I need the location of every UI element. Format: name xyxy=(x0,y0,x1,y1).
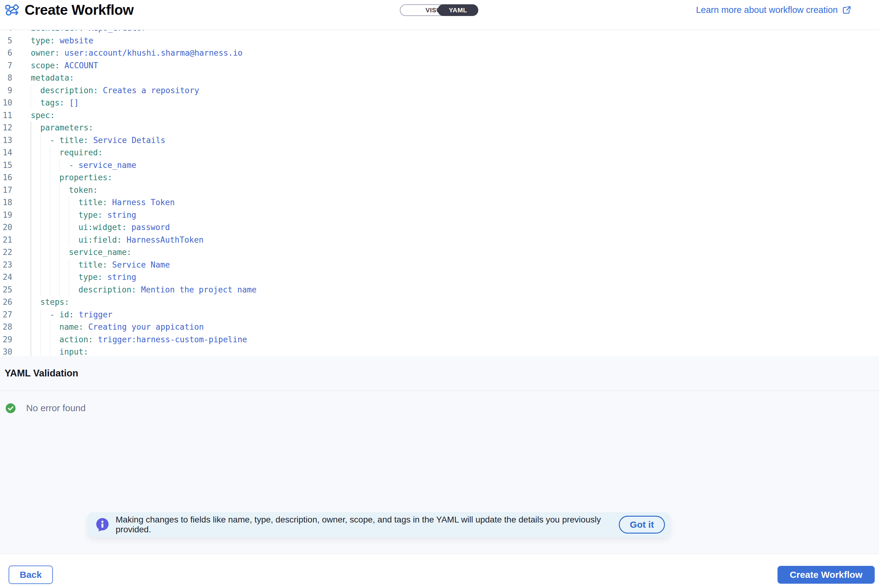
indent-guide xyxy=(69,284,69,296)
indent-guide xyxy=(31,122,31,134)
indent-guide xyxy=(31,134,31,147)
indent-guide xyxy=(69,259,69,271)
indent-guide xyxy=(40,159,40,172)
code-line[interactable]: 16properties: xyxy=(0,171,879,184)
code-line[interactable]: 10tags: [] xyxy=(0,97,879,109)
indent-guide xyxy=(31,271,31,284)
brand: Create Workflow xyxy=(5,3,134,17)
line-number: 10 xyxy=(0,97,12,109)
indent-guide xyxy=(40,333,40,346)
code-line[interactable]: 30input: xyxy=(0,346,879,356)
create-workflow-button[interactable]: Create Workflow xyxy=(777,566,875,584)
code-line[interactable]: 25description: Mention the project name xyxy=(0,284,879,296)
indent-guide xyxy=(40,196,40,209)
toggle-yaml[interactable]: YAML xyxy=(438,4,478,16)
line-number: 13 xyxy=(0,134,12,147)
indent-guide xyxy=(69,209,69,221)
code-line[interactable]: 24type: string xyxy=(0,271,879,284)
indent-guide xyxy=(69,221,69,234)
indent-guide xyxy=(31,296,31,309)
indent-guide xyxy=(31,284,31,296)
indent-guide xyxy=(40,271,40,284)
code-line[interactable]: 9description: Creates a repository xyxy=(0,84,879,97)
code-line[interactable]: 7scope: ACCOUNT xyxy=(0,59,879,72)
banner-text: Making changes to fields like name, type… xyxy=(116,515,619,534)
indent-guide xyxy=(40,234,40,246)
indent-guide xyxy=(31,97,31,109)
line-number: 26 xyxy=(0,296,12,309)
visual-yaml-toggle: VISUAL YAML xyxy=(400,4,478,16)
code-lines: 4identifier: Repo_creator5type: website6… xyxy=(0,30,879,356)
indent-guide xyxy=(31,246,31,259)
indent-guide xyxy=(69,196,69,209)
line-number: 23 xyxy=(0,259,12,271)
code-line[interactable]: 15- service_name xyxy=(0,159,879,172)
code-line[interactable]: 17token: xyxy=(0,184,879,196)
indent-guide xyxy=(50,333,50,346)
code-line[interactable]: 6owner: user:account/khushi.sharma@harne… xyxy=(0,47,879,59)
line-number: 5 xyxy=(0,34,12,47)
page-header: Create Workflow VISUAL YAML Learn more a… xyxy=(0,0,879,30)
indent-guide xyxy=(50,184,50,196)
line-number: 24 xyxy=(0,271,12,284)
indent-guide xyxy=(50,146,50,159)
line-number: 25 xyxy=(0,284,12,296)
info-icon xyxy=(95,518,110,532)
code-line[interactable]: 12parameters: xyxy=(0,122,879,134)
code-line[interactable]: 22service_name: xyxy=(0,246,879,259)
indent-guide xyxy=(50,259,50,271)
indent-guide xyxy=(50,159,50,172)
line-number: 29 xyxy=(0,333,12,346)
code-line[interactable]: 14required: xyxy=(0,146,879,159)
code-line[interactable]: 20ui:widget: password xyxy=(0,221,879,234)
indent-guide xyxy=(31,333,31,346)
indent-guide xyxy=(40,146,40,159)
code-line[interactable]: 21ui:field: HarnessAuthToken xyxy=(0,234,879,246)
code-line[interactable]: 8metadata: xyxy=(0,72,879,84)
learn-more-link[interactable]: Learn more about workflow creation xyxy=(696,5,851,15)
line-number: 28 xyxy=(0,321,12,333)
code-line[interactable]: 29action: trigger:harness-custom-pipelin… xyxy=(0,333,879,346)
indent-guide xyxy=(40,171,40,184)
code-line[interactable]: 26steps: xyxy=(0,296,879,309)
code-line[interactable]: 18title: Harness Token xyxy=(0,196,879,209)
indent-guide xyxy=(59,196,60,209)
code-line[interactable]: 13- title: Service Details xyxy=(0,134,879,147)
line-number: 14 xyxy=(0,146,12,159)
validation-status-text: No error found xyxy=(26,403,86,413)
line-number: 21 xyxy=(0,234,12,246)
workflow-icon xyxy=(5,3,20,16)
indent-guide xyxy=(40,346,40,356)
indent-guide xyxy=(59,184,60,196)
indent-guide xyxy=(40,321,40,333)
indent-guide xyxy=(59,234,60,246)
line-number: 27 xyxy=(0,309,12,321)
line-number: 7 xyxy=(0,59,12,72)
learn-more-label: Learn more about workflow creation xyxy=(696,5,838,15)
indent-guide xyxy=(69,234,69,246)
code-line[interactable]: 28name: Creating your appication xyxy=(0,321,879,333)
code-line[interactable]: 23title: Service Name xyxy=(0,259,879,271)
code-line[interactable]: 19type: string xyxy=(0,209,879,221)
indent-guide xyxy=(59,259,60,271)
code-line[interactable]: 11spec: xyxy=(0,109,879,122)
indent-guide xyxy=(59,221,60,234)
back-button[interactable]: Back xyxy=(9,566,53,584)
line-number: 12 xyxy=(0,122,12,134)
yaml-editor[interactable]: 4identifier: Repo_creator5type: website6… xyxy=(0,30,879,356)
success-check-icon xyxy=(6,403,16,413)
indent-guide xyxy=(31,184,31,196)
validation-header: YAML Validation xyxy=(0,356,879,391)
validation-title: YAML Validation xyxy=(4,368,78,379)
indent-guide xyxy=(50,271,50,284)
indent-guide xyxy=(31,84,31,97)
indent-guide xyxy=(59,284,60,296)
indent-guide xyxy=(31,221,31,234)
validation-status: No error found xyxy=(0,391,879,413)
got-it-button[interactable]: Got it xyxy=(619,516,665,534)
indent-guide xyxy=(40,221,40,234)
code-line[interactable]: 27- id: trigger xyxy=(0,309,879,321)
line-number: 9 xyxy=(0,84,12,97)
code-line[interactable]: 5type: website xyxy=(0,34,879,47)
code-line[interactable]: 4identifier: Repo_creator xyxy=(0,30,879,34)
